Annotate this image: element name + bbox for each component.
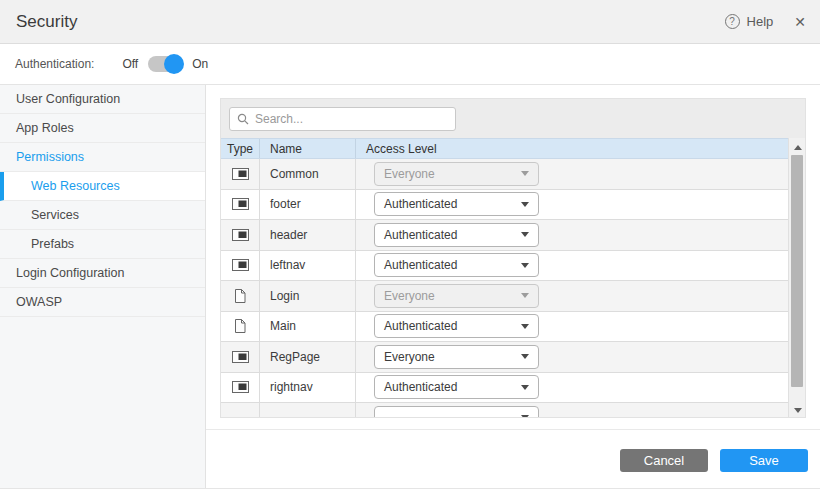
sidebar-item-label: App Roles: [16, 121, 74, 135]
main-content: TypeNameAccess LevelCommonEveryonefooter…: [206, 85, 820, 489]
access-level-dropdown[interactable]: [374, 406, 539, 418]
sidebar-item-web-resources[interactable]: Web Resources: [0, 172, 205, 201]
column-header-type: Type: [220, 139, 259, 158]
access-level-dropdown[interactable]: Everyone: [374, 345, 539, 369]
sidebar-item-label: Permissions: [16, 150, 84, 164]
search-input[interactable]: [255, 112, 448, 126]
chevron-down-icon: [521, 232, 529, 237]
access-level-cell: Everyone: [355, 159, 790, 189]
close-icon[interactable]: ✕: [794, 14, 806, 30]
scroll-down-icon[interactable]: [789, 403, 806, 417]
resource-name: header: [270, 228, 307, 242]
sidebar-item-user-configuration[interactable]: User Configuration: [0, 85, 205, 114]
chevron-down-icon: [521, 171, 529, 176]
access-level-dropdown[interactable]: Authenticated: [374, 375, 539, 399]
partial-icon: [232, 381, 249, 393]
access-level-value: Everyone: [384, 289, 435, 303]
scrollbar-thumb[interactable]: [791, 155, 803, 387]
sidebar-item-prefabs[interactable]: Prefabs: [0, 230, 205, 259]
type-cell: [220, 251, 259, 281]
toggle-on-label: On: [192, 57, 208, 71]
type-cell: [220, 159, 259, 189]
sidebar-item-label: OWASP: [16, 295, 62, 309]
access-level-cell: Everyone: [355, 342, 790, 372]
save-button[interactable]: Save: [720, 449, 808, 472]
access-level-cell: Authenticated: [355, 190, 790, 220]
name-cell: [259, 403, 355, 418]
type-cell: [220, 281, 259, 311]
help-icon[interactable]: ?: [725, 14, 740, 29]
access-level-value: Everyone: [384, 350, 435, 364]
access-level-dropdown[interactable]: Authenticated: [374, 192, 539, 216]
access-level-dropdown: Everyone: [374, 162, 539, 186]
sidebar-item-services[interactable]: Services: [0, 201, 205, 230]
access-level-dropdown[interactable]: Authenticated: [374, 253, 539, 277]
dialog-header: Security ? Help ✕: [0, 0, 820, 44]
chevron-down-icon: [521, 293, 529, 298]
access-level-cell: [355, 403, 790, 418]
type-cell: [220, 312, 259, 342]
cancel-button[interactable]: Cancel: [620, 449, 708, 472]
access-level-value: Everyone: [384, 167, 435, 181]
resources-table: TypeNameAccess LevelCommonEveryonefooter…: [220, 138, 790, 418]
chevron-down-icon: [521, 385, 529, 390]
resource-name: Main: [270, 319, 296, 333]
table-row-clipped: [220, 403, 790, 418]
sidebar-item-permissions[interactable]: Permissions: [0, 143, 205, 172]
page-icon: [234, 319, 246, 333]
chevron-down-icon: [521, 354, 529, 359]
search-box: [229, 107, 456, 131]
authentication-label: Authentication:: [15, 57, 94, 71]
resource-name: rightnav: [270, 380, 313, 394]
page-icon: [234, 289, 246, 303]
type-cell: [220, 220, 259, 250]
help-link[interactable]: Help: [747, 14, 774, 29]
chevron-down-icon: [521, 324, 529, 329]
table-row: headerAuthenticated: [220, 220, 790, 251]
table-row: CommonEveryone: [220, 159, 790, 190]
sidebar-item-label: Services: [31, 208, 79, 222]
sidebar-item-label: Web Resources: [31, 179, 120, 193]
access-level-value: Authenticated: [384, 228, 457, 242]
table-row: leftnavAuthenticated: [220, 251, 790, 282]
permissions-panel: TypeNameAccess LevelCommonEveryonefooter…: [220, 98, 806, 418]
sidebar-item-app-roles[interactable]: App Roles: [0, 114, 205, 143]
page-title: Security: [16, 12, 77, 32]
column-header-name: Name: [259, 139, 355, 158]
access-level-cell: Authenticated: [355, 312, 790, 342]
access-level-value: Authenticated: [384, 197, 457, 211]
sidebar-item-label: Prefabs: [31, 237, 74, 251]
settings-sidebar: User ConfigurationApp RolesPermissionsWe…: [0, 85, 206, 489]
toggle-knob: [164, 54, 184, 74]
table-scrollbar: [788, 138, 805, 418]
resource-name: Login: [270, 289, 299, 303]
search-icon: [237, 113, 249, 125]
sidebar-item-label: Login Configuration: [16, 266, 124, 280]
security-dialog: Security ? Help ✕ Authentication: Off On…: [0, 0, 820, 489]
column-header-access-level: Access Level: [355, 139, 789, 158]
access-level-value: Authenticated: [384, 319, 457, 333]
access-level-cell: Everyone: [355, 281, 790, 311]
toggle-off-label: Off: [122, 57, 138, 71]
access-level-dropdown[interactable]: Authenticated: [374, 314, 539, 338]
sidebar-item-login-configuration[interactable]: Login Configuration: [0, 259, 205, 288]
type-cell: [220, 403, 259, 418]
authentication-toggle[interactable]: [148, 56, 182, 72]
resource-name: RegPage: [270, 350, 320, 364]
access-level-value: Authenticated: [384, 380, 457, 394]
table-row: LoginEveryone: [220, 281, 790, 312]
resource-name: Common: [270, 167, 319, 181]
name-cell: header: [259, 220, 355, 250]
sidebar-item-label: User Configuration: [16, 92, 120, 106]
access-level-dropdown[interactable]: Authenticated: [374, 223, 539, 247]
chevron-down-icon: [521, 263, 529, 268]
access-level-dropdown: Everyone: [374, 284, 539, 308]
access-level-cell: Authenticated: [355, 220, 790, 250]
sidebar-item-owasp[interactable]: OWASP: [0, 288, 205, 317]
name-cell: leftnav: [259, 251, 355, 281]
scroll-up-icon[interactable]: [789, 140, 806, 154]
access-level-cell: Authenticated: [355, 251, 790, 281]
resource-name: footer: [270, 197, 301, 211]
table-row: RegPageEveryone: [220, 342, 790, 373]
footer-divider: [206, 429, 820, 430]
